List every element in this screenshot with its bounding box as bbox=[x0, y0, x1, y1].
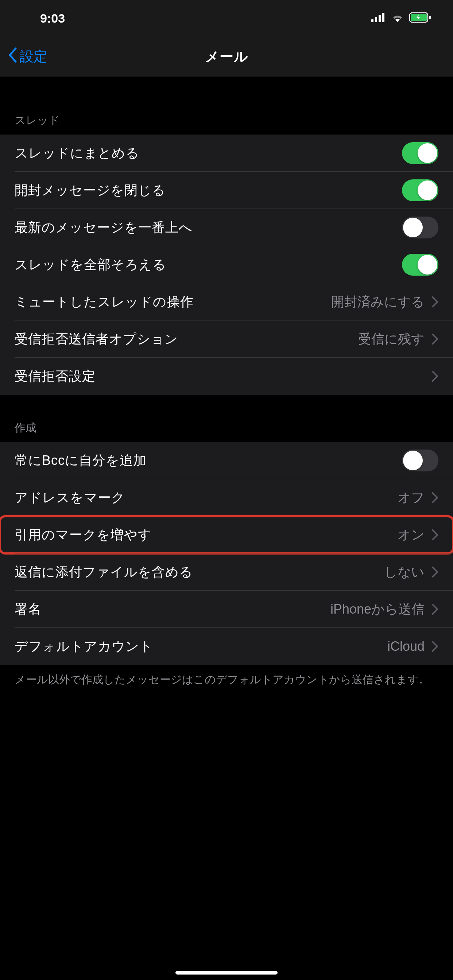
row-label: アドレスをマーク bbox=[14, 489, 125, 507]
row-label: 常にBccに自分を追加 bbox=[14, 452, 147, 469]
cellular-icon bbox=[371, 13, 386, 24]
section-header-thread: スレッド bbox=[0, 76, 453, 135]
row-value: 開封済みにする bbox=[331, 293, 424, 311]
row-value: しない bbox=[384, 563, 424, 581]
status-time: 9:03 bbox=[40, 11, 65, 25]
chevron-right-icon bbox=[432, 641, 439, 652]
svg-rect-0 bbox=[371, 19, 373, 22]
row-organize-by-thread[interactable]: スレッドにまとめる bbox=[0, 135, 453, 172]
section-header-compose: 作成 bbox=[0, 395, 453, 442]
row-label: ミュートしたスレッドの操作 bbox=[14, 293, 194, 311]
section-footer-compose: メール以外で作成したメッセージはこのデフォルトアカウントから送信されます。 bbox=[0, 665, 453, 691]
settings-group-thread: スレッドにまとめる 開封メッセージを閉じる 最新のメッセージを一番上へ スレッド… bbox=[0, 135, 453, 395]
row-signature[interactable]: 署名 iPhoneから送信 bbox=[0, 590, 453, 628]
chevron-right-icon bbox=[432, 604, 439, 615]
row-label: スレッドを全部そろえる bbox=[14, 256, 166, 274]
switch-collapse-read[interactable] bbox=[402, 180, 439, 201]
settings-group-compose: 常にBccに自分を追加 アドレスをマーク オフ 引用のマークを増やす オン 返信… bbox=[0, 442, 453, 665]
chevron-left-icon bbox=[7, 47, 18, 66]
row-label: 引用のマークを増やす bbox=[14, 526, 152, 544]
status-bar: 9:03 bbox=[0, 0, 453, 37]
row-muted-thread-action[interactable]: ミュートしたスレッドの操作 開封済みにする bbox=[0, 283, 453, 320]
row-label: 受信拒否送信者オプション bbox=[14, 330, 179, 348]
row-value: オン bbox=[397, 526, 424, 544]
row-value: iCloud bbox=[388, 639, 424, 654]
row-label: 最新のメッセージを一番上へ bbox=[14, 219, 193, 237]
svg-rect-2 bbox=[379, 15, 381, 22]
row-value: iPhoneから送信 bbox=[330, 600, 424, 618]
row-label: 返信に添付ファイルを含める bbox=[14, 563, 193, 581]
row-label: 開封メッセージを閉じる bbox=[14, 181, 166, 199]
chevron-right-icon bbox=[432, 296, 439, 307]
row-value: 受信に残す bbox=[358, 330, 424, 348]
row-label: 受信拒否設定 bbox=[14, 368, 96, 385]
navigation-bar: 設定 メール bbox=[0, 37, 453, 76]
home-indicator[interactable] bbox=[175, 971, 278, 975]
row-blocked-settings[interactable]: 受信拒否設定 bbox=[0, 358, 453, 395]
chevron-right-icon bbox=[432, 566, 439, 578]
chevron-right-icon bbox=[432, 334, 439, 345]
back-label: 設定 bbox=[20, 48, 48, 66]
row-always-bcc-myself[interactable]: 常にBccに自分を追加 bbox=[0, 442, 453, 479]
switch-organize-by-thread[interactable] bbox=[402, 142, 439, 164]
switch-always-bcc-myself[interactable] bbox=[402, 450, 439, 471]
wifi-icon bbox=[391, 13, 404, 24]
svg-rect-1 bbox=[375, 17, 377, 22]
row-blocked-sender-options[interactable]: 受信拒否送信者オプション 受信に残す bbox=[0, 320, 453, 358]
row-value: オフ bbox=[397, 489, 424, 507]
chevron-right-icon bbox=[432, 492, 439, 503]
svg-rect-6 bbox=[429, 16, 431, 19]
row-complete-threads[interactable]: スレッドを全部そろえる bbox=[0, 246, 453, 283]
svg-rect-3 bbox=[382, 13, 384, 22]
row-mark-addresses[interactable]: アドレスをマーク オフ bbox=[0, 479, 453, 516]
chevron-right-icon bbox=[432, 530, 439, 540]
switch-most-recent-on-top[interactable] bbox=[402, 216, 439, 239]
row-label: デフォルトアカウント bbox=[14, 638, 153, 655]
status-icons bbox=[371, 13, 431, 24]
row-most-recent-on-top[interactable]: 最新のメッセージを一番上へ bbox=[0, 209, 453, 246]
row-increase-quote-level[interactable]: 引用のマークを増やす オン bbox=[0, 516, 453, 554]
switch-complete-threads[interactable] bbox=[402, 254, 439, 275]
back-button[interactable]: 設定 bbox=[7, 47, 48, 66]
row-default-account[interactable]: デフォルトアカウント iCloud bbox=[0, 628, 453, 665]
row-label: スレッドにまとめる bbox=[14, 145, 139, 162]
chevron-right-icon bbox=[432, 371, 439, 382]
row-label: 署名 bbox=[14, 600, 41, 618]
row-include-attachments[interactable]: 返信に添付ファイルを含める しない bbox=[0, 554, 453, 590]
battery-icon bbox=[409, 13, 431, 24]
row-collapse-read[interactable]: 開封メッセージを閉じる bbox=[0, 172, 453, 209]
page-title: メール bbox=[205, 48, 248, 66]
